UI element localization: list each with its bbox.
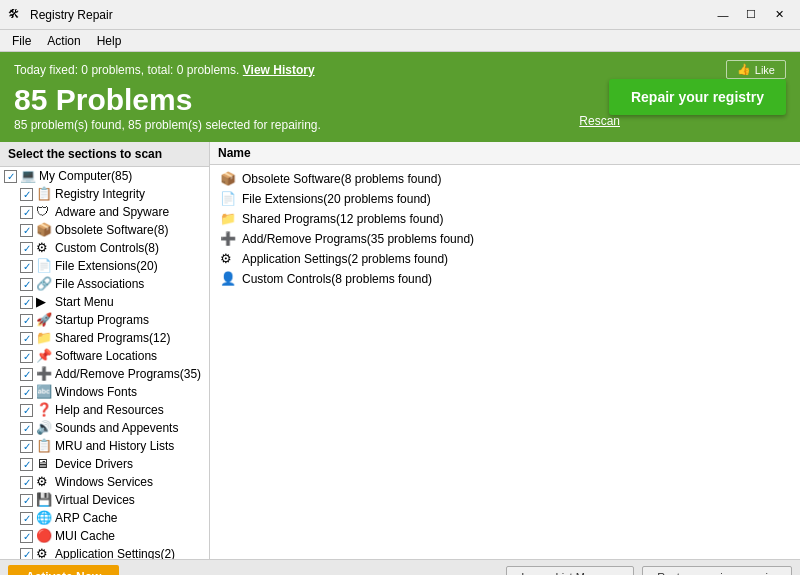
checkbox-14[interactable]: [20, 422, 33, 435]
tree-item-10[interactable]: 📌Software Locations: [0, 347, 209, 365]
checkbox-13[interactable]: [20, 404, 33, 417]
checkbox-12[interactable]: [20, 386, 33, 399]
right-label-1: File Extensions(20 problems found): [242, 192, 431, 206]
tree-icon-3: 📦: [36, 222, 52, 238]
menu-action[interactable]: Action: [39, 32, 88, 50]
tree-item-7[interactable]: ▶Start Menu: [0, 293, 209, 311]
tree-item-21[interactable]: ⚙Application Settings(2): [0, 545, 209, 559]
tree-icon-18: 💾: [36, 492, 52, 508]
tree-label-13: Help and Resources: [55, 403, 164, 417]
right-item-1[interactable]: 📄File Extensions(20 problems found): [210, 189, 800, 209]
tree-item-18[interactable]: 💾Virtual Devices: [0, 491, 209, 509]
tree-item-20[interactable]: 🔴MUI Cache: [0, 527, 209, 545]
tree-item-14[interactable]: 🔊Sounds and Appevents: [0, 419, 209, 437]
restore-repairs-button[interactable]: Restore previous repairs: [642, 566, 792, 576]
checkbox-17[interactable]: [20, 476, 33, 489]
tree-icon-13: ❓: [36, 402, 52, 418]
minimize-button[interactable]: —: [710, 5, 736, 25]
menu-help[interactable]: Help: [89, 32, 130, 50]
tree-label-18: Virtual Devices: [55, 493, 135, 507]
checkbox-2[interactable]: [20, 206, 33, 219]
checkbox-10[interactable]: [20, 350, 33, 363]
checkbox-7[interactable]: [20, 296, 33, 309]
right-item-5[interactable]: 👤Custom Controls(8 problems found): [210, 269, 800, 289]
tree-item-11[interactable]: ➕Add/Remove Programs(35): [0, 365, 209, 383]
checkbox-15[interactable]: [20, 440, 33, 453]
activate-button[interactable]: Activate Now: [8, 565, 119, 576]
tree-label-11: Add/Remove Programs(35): [55, 367, 201, 381]
main-content: Select the sections to scan 💻My Computer…: [0, 142, 800, 559]
right-item-4[interactable]: ⚙Application Settings(2 problems found): [210, 249, 800, 269]
checkbox-0[interactable]: [4, 170, 17, 183]
tree-label-21: Application Settings(2): [55, 547, 175, 559]
tree-icon-7: ▶: [36, 294, 52, 310]
tree-icon-4: ⚙: [36, 240, 52, 256]
tree-label-3: Obsolete Software(8): [55, 223, 168, 237]
tree-item-5[interactable]: 📄File Extensions(20): [0, 257, 209, 275]
right-item-0[interactable]: 📦Obsolete Software(8 problems found): [210, 169, 800, 189]
right-label-2: Shared Programs(12 problems found): [242, 212, 443, 226]
checkbox-19[interactable]: [20, 512, 33, 525]
tree-item-19[interactable]: 🌐ARP Cache: [0, 509, 209, 527]
bottom-bar: Activate Now Ignore List Manager Restore…: [0, 559, 800, 575]
tree-item-6[interactable]: 🔗File Associations: [0, 275, 209, 293]
checkbox-5[interactable]: [20, 260, 33, 273]
title-bar: 🛠 Registry Repair — ☐ ✕: [0, 0, 800, 30]
checkbox-9[interactable]: [20, 332, 33, 345]
tree-item-3[interactable]: 📦Obsolete Software(8): [0, 221, 209, 239]
tree-icon-12: 🔤: [36, 384, 52, 400]
tree-item-1[interactable]: 📋Registry Integrity: [0, 185, 209, 203]
tree-label-15: MRU and History Lists: [55, 439, 174, 453]
checkbox-16[interactable]: [20, 458, 33, 471]
tree-label-10: Software Locations: [55, 349, 157, 363]
checkbox-11[interactable]: [20, 368, 33, 381]
checkbox-21[interactable]: [20, 548, 33, 560]
tree-label-17: Windows Services: [55, 475, 153, 489]
tree-item-9[interactable]: 📁Shared Programs(12): [0, 329, 209, 347]
tree-item-0[interactable]: 💻My Computer(85): [0, 167, 209, 185]
tree-label-1: Registry Integrity: [55, 187, 145, 201]
tree-icon-11: ➕: [36, 366, 52, 382]
tree-item-13[interactable]: ❓Help and Resources: [0, 401, 209, 419]
tree-item-17[interactable]: ⚙Windows Services: [0, 473, 209, 491]
title-bar-controls: — ☐ ✕: [710, 5, 792, 25]
checkbox-4[interactable]: [20, 242, 33, 255]
tree-label-20: MUI Cache: [55, 529, 115, 543]
checkbox-18[interactable]: [20, 494, 33, 507]
tree-icon-19: 🌐: [36, 510, 52, 526]
tree-item-2[interactable]: 🛡Adware and Spyware: [0, 203, 209, 221]
checkbox-8[interactable]: [20, 314, 33, 327]
right-icon-3: ➕: [220, 231, 236, 247]
tree-item-8[interactable]: 🚀Startup Programs: [0, 311, 209, 329]
ignore-list-button[interactable]: Ignore List Manager: [506, 566, 634, 576]
right-item-3[interactable]: ➕Add/Remove Programs(35 problems found): [210, 229, 800, 249]
checkbox-20[interactable]: [20, 530, 33, 543]
tree-icon-21: ⚙: [36, 546, 52, 559]
tree-icon-17: ⚙: [36, 474, 52, 490]
tree-item-4[interactable]: ⚙Custom Controls(8): [0, 239, 209, 257]
right-label-0: Obsolete Software(8 problems found): [242, 172, 441, 186]
maximize-button[interactable]: ☐: [738, 5, 764, 25]
tree-item-16[interactable]: 🖥Device Drivers: [0, 455, 209, 473]
right-item-2[interactable]: 📁Shared Programs(12 problems found): [210, 209, 800, 229]
menu-file[interactable]: File: [4, 32, 39, 50]
tree-label-0: My Computer(85): [39, 169, 132, 183]
sub-text: 85 problem(s) found, 85 problem(s) selec…: [14, 118, 786, 132]
tree-label-4: Custom Controls(8): [55, 241, 159, 255]
tree-icon-16: 🖥: [36, 456, 52, 472]
checkbox-1[interactable]: [20, 188, 33, 201]
checkbox-3[interactable]: [20, 224, 33, 237]
tree-label-16: Device Drivers: [55, 457, 133, 471]
view-history-link[interactable]: View History: [243, 63, 315, 77]
tree-item-15[interactable]: 📋MRU and History Lists: [0, 437, 209, 455]
right-panel: Name 📦Obsolete Software(8 problems found…: [210, 142, 800, 559]
close-button[interactable]: ✕: [766, 5, 792, 25]
checkbox-6[interactable]: [20, 278, 33, 291]
like-button[interactable]: 👍 Like: [726, 60, 786, 79]
tree-item-12[interactable]: 🔤Windows Fonts: [0, 383, 209, 401]
right-icon-4: ⚙: [220, 251, 236, 267]
right-panel-list: 📦Obsolete Software(8 problems found)📄Fil…: [210, 165, 800, 559]
today-text: Today fixed: 0 problems, total: 0 proble…: [14, 63, 239, 77]
repair-button[interactable]: Repair your registry: [609, 79, 786, 115]
rescan-button[interactable]: Rescan: [579, 114, 620, 128]
